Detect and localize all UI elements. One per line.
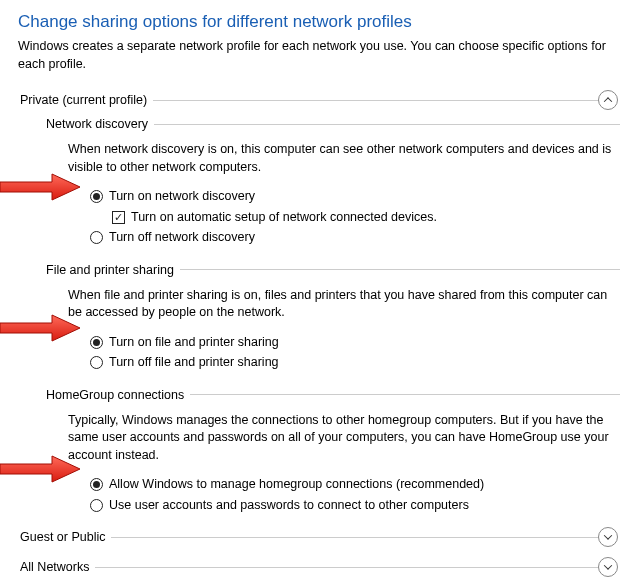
annotation-arrow-icon xyxy=(0,454,82,484)
expand-button-all[interactable] xyxy=(598,557,618,577)
section-homegroup: HomeGroup connections Typically, Windows… xyxy=(46,388,620,515)
profile-header-guest[interactable]: Guest or Public xyxy=(18,530,620,544)
divider xyxy=(154,124,620,125)
profile-header-all[interactable]: All Networks xyxy=(18,560,620,574)
radio-icon xyxy=(90,231,103,244)
chevron-down-icon xyxy=(604,561,612,569)
section-network-discovery: Network discovery When network discovery… xyxy=(46,117,620,247)
section-description: When file and printer sharing is on, fil… xyxy=(68,287,612,322)
checkbox-nd-auto[interactable]: Turn on automatic setup of network conne… xyxy=(112,209,620,227)
radio-icon xyxy=(90,356,103,369)
radio-fps-off[interactable]: Turn off file and printer sharing xyxy=(90,354,620,372)
annotation-arrow-icon xyxy=(0,172,82,202)
radio-icon xyxy=(90,499,103,512)
divider xyxy=(180,269,620,270)
section-description: Typically, Windows manages the connectio… xyxy=(68,412,612,465)
chevron-down-icon xyxy=(604,531,612,539)
checkbox-icon xyxy=(112,211,125,224)
profile-header-private[interactable]: Private (current profile) xyxy=(18,93,620,107)
option-label: Use user accounts and passwords to conne… xyxy=(109,497,469,515)
radio-hg-user[interactable]: Use user accounts and passwords to conne… xyxy=(90,497,620,515)
profile-label-private: Private (current profile) xyxy=(20,93,153,107)
collapse-button-private[interactable] xyxy=(598,90,618,110)
section-description: When network discovery is on, this compu… xyxy=(68,141,612,176)
section-title: HomeGroup connections xyxy=(46,388,190,402)
divider xyxy=(153,100,610,101)
radio-nd-off[interactable]: Turn off network discovery xyxy=(90,229,620,247)
page-title: Change sharing options for different net… xyxy=(18,12,620,32)
section-file-printer-sharing: File and printer sharing When file and p… xyxy=(46,263,620,372)
radio-fps-on[interactable]: Turn on file and printer sharing xyxy=(90,334,620,352)
chevron-up-icon xyxy=(604,97,612,105)
page-subtitle: Windows creates a separate network profi… xyxy=(18,38,608,73)
divider xyxy=(111,537,610,538)
profile-label-all: All Networks xyxy=(20,560,95,574)
radio-icon xyxy=(90,190,103,203)
divider xyxy=(190,394,620,395)
profile-label-guest: Guest or Public xyxy=(20,530,111,544)
option-label: Turn on automatic setup of network conne… xyxy=(131,209,437,227)
radio-hg-auto[interactable]: Allow Windows to manage homegroup connec… xyxy=(90,476,620,494)
option-label: Turn off file and printer sharing xyxy=(109,354,279,372)
divider xyxy=(95,567,610,568)
annotation-arrow-icon xyxy=(0,313,82,343)
radio-nd-on[interactable]: Turn on network discovery xyxy=(90,188,620,206)
expand-button-guest[interactable] xyxy=(598,527,618,547)
radio-icon xyxy=(90,336,103,349)
option-label: Turn off network discovery xyxy=(109,229,255,247)
option-label: Allow Windows to manage homegroup connec… xyxy=(109,476,484,494)
section-title: File and printer sharing xyxy=(46,263,180,277)
radio-icon xyxy=(90,478,103,491)
section-title: Network discovery xyxy=(46,117,154,131)
option-label: Turn on file and printer sharing xyxy=(109,334,279,352)
option-label: Turn on network discovery xyxy=(109,188,255,206)
